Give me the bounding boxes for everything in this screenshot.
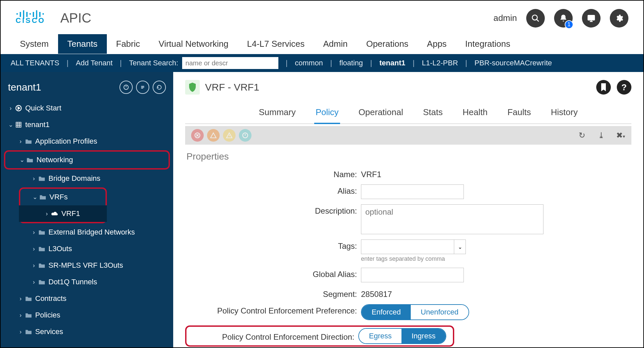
ctab-stats[interactable]: Stats [422,104,444,123]
pced-ingress[interactable]: Ingress [401,329,445,343]
folder-icon [37,246,46,252]
sidebar-refresh-icon[interactable] [153,81,166,94]
sidebar-action-1-icon[interactable] [119,81,133,94]
tree-services[interactable]: ›Services [1,323,173,340]
sidebar: tenant1 ›Quick Start ⌄tenant1 ›Applicati… [1,72,173,348]
shield-icon [185,80,200,95]
subnav-all-tenants[interactable]: ALL TENANTS [11,59,59,67]
page-title: VRF - VRF1 [205,82,259,93]
label-tags: Tags: [185,240,361,251]
ctab-operational[interactable]: Operational [357,104,404,123]
tab-apps[interactable]: Apps [418,34,456,54]
bookmark-icon[interactable] [596,80,611,95]
tree-vrf1[interactable]: ›VRF1 [19,205,107,222]
tree-l3outs[interactable]: ›L3Outs [1,241,173,257]
row-global-alias: Global Alias: [185,268,631,282]
subnav-link-pbrmac[interactable]: PBR-sourceMACrewrite [474,59,552,67]
tab-tenants[interactable]: Tenants [58,34,107,54]
body: tenant1 ›Quick Start ⌄tenant1 ›Applicati… [1,72,643,348]
label-pcep: Policy Control Enforcement Preference: [185,304,361,315]
tree-external-bridged[interactable]: ›External Bridged Networks [1,224,173,241]
highlight-networking: ⌄Networking [4,150,170,170]
tree-app-profiles[interactable]: ›Application Profiles [1,133,173,150]
label-description: Description: [185,204,361,216]
ctab-policy[interactable]: Policy [314,104,340,124]
content-header-actions: ? [596,80,631,95]
monitor-icon[interactable] [582,9,601,28]
tree-contracts[interactable]: ›Contracts [1,290,173,307]
help-icon[interactable]: ? [617,80,631,95]
svg-line-1 [537,19,539,22]
sidebar-action-2-icon[interactable] [136,81,149,94]
subnav-add-tenant[interactable]: Add Tenant [76,59,112,67]
separator: | [462,59,470,67]
cisco-text: CISCO [16,16,45,25]
subnav-link-l1l2pbr[interactable]: L1-L2-PBR [422,59,458,67]
subnav-search-label: Tenant Search: [129,59,178,67]
ctab-faults[interactable]: Faults [506,104,532,123]
logo-area: ·ı|ı·ı|ı· CISCO APIC [16,11,91,26]
content-header: VRF - VRF1 ? [185,80,631,95]
subnav-link-common[interactable]: common [295,59,323,67]
main-nav: System Tenants Fabric Virtual Networking… [1,35,643,54]
tree-tenant-root[interactable]: ⌄tenant1 [1,116,173,133]
tab-system[interactable]: System [11,34,58,54]
ctab-summary[interactable]: Summary [257,104,297,123]
tab-virtual-networking[interactable]: Virtual Networking [149,34,238,54]
tree-srmpls[interactable]: ›SR-MPLS VRF L3Outs [1,257,173,274]
separator: | [367,59,376,67]
input-description[interactable] [361,204,543,234]
input-global-alias[interactable] [361,268,464,282]
fault-critical-icon[interactable] [191,129,204,142]
tenant-icon [14,121,23,128]
bell-icon[interactable]: 1 [554,9,573,28]
tab-l4l7[interactable]: L4-L7 Services [238,34,314,54]
pced-egress[interactable]: Egress [359,329,401,343]
tree-quick-start[interactable]: ›Quick Start [1,100,173,116]
app-title: APIC [60,11,91,26]
label-alias: Alias: [185,184,361,196]
chevron-down-icon[interactable]: ⌄ [454,240,466,254]
tree-policies[interactable]: ›Policies [1,307,173,323]
fault-toolbar: ↻ ⤓ ✖▾ [185,126,631,145]
tags-combobox: ⌄ [361,240,466,254]
properties-title: Properties [186,151,631,162]
folder-icon [24,329,33,335]
tab-integrations[interactable]: Integrations [456,34,520,54]
refresh-icon[interactable]: ↻ [577,131,587,140]
tenant-search-input[interactable] [182,57,278,69]
pcep-unenforced[interactable]: Unenforced [411,305,468,319]
fault-minor-icon[interactable] [223,129,236,142]
highlight-vrfs: ⌄VRFs ›VRF1 [19,187,107,223]
tree-vrfs[interactable]: ⌄VRFs [20,189,106,205]
subnav-link-floating[interactable]: floating [339,59,363,67]
folder-icon [37,175,46,181]
fault-warning-icon[interactable] [239,129,251,142]
sidebar-actions [119,81,166,94]
user-label[interactable]: admin [493,13,517,23]
tab-fabric[interactable]: Fabric [107,34,149,54]
pcep-enforced[interactable]: Enforced [362,305,411,319]
row-segment: Segment: 2850817 [185,288,631,299]
tools-icon[interactable]: ✖▾ [615,131,625,140]
gear-icon[interactable] [610,9,628,28]
tab-admin[interactable]: Admin [314,34,357,54]
fault-major-icon[interactable] [207,129,220,142]
ctab-history[interactable]: History [549,104,579,123]
input-alias[interactable] [361,184,464,199]
tab-operations[interactable]: Operations [357,34,418,54]
label-segment: Segment: [185,288,361,299]
subnav-link-tenant1[interactable]: tenant1 [380,59,405,67]
tree-networking[interactable]: ⌄Networking [2,152,169,168]
highlight-direction: Policy Control Enforcement Direction: Eg… [185,325,454,347]
download-icon[interactable]: ⤓ [596,131,606,140]
tree-bridge-domains[interactable]: ›Bridge Domains [1,170,173,187]
input-tags[interactable] [361,240,454,254]
ctab-health[interactable]: Health [461,104,489,123]
row-pced: Policy Control Enforcement Direction: Eg… [185,325,631,347]
toolbar-right: ↻ ⤓ ✖▾ [577,131,625,140]
sidebar-header: tenant1 [1,76,173,100]
tree-dot1q[interactable]: ›Dot1Q Tunnels [1,274,173,290]
sidebar-title: tenant1 [8,82,41,93]
search-icon[interactable] [526,9,545,28]
